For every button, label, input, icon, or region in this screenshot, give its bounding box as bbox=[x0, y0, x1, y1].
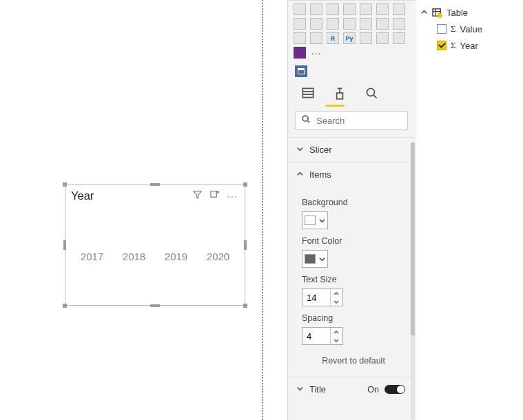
chevron-down-icon bbox=[296, 384, 304, 395]
viz-decomposition-icon[interactable] bbox=[376, 32, 389, 44]
svg-point-6 bbox=[438, 13, 442, 17]
background-color-picker[interactable] bbox=[302, 211, 328, 229]
table-icon bbox=[432, 8, 442, 18]
title-toggle[interactable] bbox=[384, 385, 405, 394]
viz-stacked-bar-icon[interactable] bbox=[294, 3, 306, 15]
svg-rect-1 bbox=[302, 88, 313, 97]
format-tab-underline bbox=[325, 105, 345, 107]
search-icon bbox=[301, 114, 311, 127]
viz-donut-icon[interactable] bbox=[360, 3, 372, 15]
viz-table2-icon[interactable] bbox=[294, 32, 306, 44]
viz-more-icon[interactable]: ··· bbox=[310, 47, 322, 59]
fontcolor-label: Font Color bbox=[302, 236, 405, 246]
spin-up-icon[interactable] bbox=[331, 289, 341, 297]
viz-card-icon[interactable] bbox=[376, 18, 389, 30]
viz-scatter-icon[interactable] bbox=[327, 3, 339, 15]
sigma-icon: Σ bbox=[451, 40, 456, 51]
section-items-label: Items bbox=[309, 169, 331, 180]
value-checkbox[interactable] bbox=[437, 24, 447, 34]
format-search[interactable] bbox=[295, 111, 408, 130]
spacing-label: Spacing bbox=[302, 313, 405, 323]
chevron-down-icon bbox=[296, 145, 304, 155]
viz-selected-visual-icon[interactable] bbox=[295, 65, 307, 77]
canvas-right-edge bbox=[262, 0, 263, 420]
slicer-item[interactable]: 2020 bbox=[207, 251, 229, 262]
section-items-content: Background Font Color Text Size Spacing bbox=[288, 187, 415, 377]
viz-funnel-icon[interactable] bbox=[310, 3, 322, 15]
fields-table-node[interactable]: Table bbox=[420, 4, 519, 21]
viz-qna-icon[interactable] bbox=[393, 32, 405, 44]
pane-tabs bbox=[288, 80, 415, 103]
viz-slicer-icon[interactable] bbox=[393, 18, 405, 30]
fontcolor-swatch bbox=[305, 254, 316, 264]
viz-r-visual-icon[interactable] bbox=[343, 18, 356, 30]
viz-table-icon[interactable] bbox=[310, 18, 322, 30]
spin-down-icon[interactable] bbox=[331, 297, 341, 306]
filter-icon[interactable] bbox=[192, 189, 203, 202]
visualizations-pane: R Py ··· Slicer Items Background Font Co… bbox=[287, 0, 415, 420]
slicer-item[interactable]: 2019 bbox=[165, 251, 187, 262]
fields-tab-icon[interactable] bbox=[300, 85, 316, 101]
textsize-input[interactable] bbox=[302, 293, 330, 303]
viz-matrix-icon[interactable] bbox=[360, 18, 372, 30]
viz-powerapps-icon[interactable] bbox=[294, 47, 306, 59]
chevron-down-icon bbox=[319, 214, 325, 227]
spin-down-icon[interactable] bbox=[331, 336, 341, 344]
viz-pie-icon[interactable] bbox=[343, 3, 356, 15]
format-tab-icon[interactable] bbox=[332, 85, 347, 101]
viz-key-influencers-icon[interactable] bbox=[360, 32, 372, 44]
analytics-tab-icon[interactable] bbox=[364, 85, 379, 101]
viz-globe-icon[interactable] bbox=[393, 3, 405, 15]
title-toggle-state: On bbox=[367, 385, 379, 395]
report-canvas[interactable]: Year ··· 2017 2018 2019 2020 bbox=[0, 0, 262, 420]
viz-filled-map-icon[interactable] bbox=[294, 18, 306, 30]
section-items-header[interactable]: Items bbox=[288, 162, 415, 187]
svg-point-3 bbox=[367, 88, 374, 96]
svg-rect-0 bbox=[211, 191, 216, 197]
slicer-visual[interactable]: Year ··· 2017 2018 2019 2020 bbox=[65, 185, 245, 306]
viz-treemap-icon[interactable] bbox=[376, 3, 389, 15]
textsize-spinner[interactable] bbox=[302, 288, 343, 306]
viz-python-icon[interactable]: Py bbox=[343, 32, 356, 44]
fields-year-label: Year bbox=[460, 41, 478, 51]
more-options-icon[interactable]: ··· bbox=[227, 190, 239, 202]
section-title-header[interactable]: Title On bbox=[288, 377, 415, 401]
background-swatch bbox=[305, 216, 316, 225]
svg-rect-2 bbox=[337, 93, 343, 99]
section-title-label: Title bbox=[309, 384, 326, 395]
fields-table-label: Table bbox=[447, 8, 468, 18]
viz-r-script-icon[interactable]: R bbox=[327, 32, 339, 44]
fields-pane: Table Σ Value Σ Year bbox=[416, 0, 523, 420]
viz-gauge-icon[interactable] bbox=[327, 18, 339, 30]
chevron-down-icon bbox=[319, 253, 325, 265]
fontcolor-picker[interactable] bbox=[302, 250, 328, 268]
slicer-item[interactable]: 2017 bbox=[81, 251, 103, 262]
sigma-icon: Σ bbox=[451, 23, 456, 34]
focus-mode-icon[interactable] bbox=[209, 189, 220, 202]
slicer-title: Year bbox=[71, 189, 192, 202]
spin-up-icon[interactable] bbox=[331, 328, 341, 336]
textsize-label: Text Size bbox=[302, 275, 405, 284]
fields-value-label: Value bbox=[460, 24, 482, 34]
fields-year-row[interactable]: Σ Year bbox=[420, 37, 519, 54]
revert-to-default-button[interactable]: Revert to default bbox=[302, 345, 405, 375]
section-slicer-header[interactable]: Slicer bbox=[288, 137, 415, 162]
viz-kpi-icon[interactable] bbox=[310, 32, 322, 44]
svg-point-4 bbox=[302, 116, 308, 121]
spacing-input[interactable] bbox=[302, 331, 330, 342]
fields-value-row[interactable]: Σ Value bbox=[420, 21, 519, 37]
section-slicer-label: Slicer bbox=[309, 145, 332, 155]
slicer-item[interactable]: 2018 bbox=[123, 251, 145, 262]
background-label: Background bbox=[302, 198, 405, 207]
year-checkbox[interactable] bbox=[437, 41, 447, 50]
spacing-spinner[interactable] bbox=[302, 327, 343, 345]
chevron-up-icon bbox=[420, 8, 428, 18]
chevron-up-icon bbox=[296, 169, 304, 180]
visual-gallery: R Py ··· bbox=[288, 1, 411, 61]
pane-scrollbar-thumb[interactable] bbox=[411, 143, 415, 335]
